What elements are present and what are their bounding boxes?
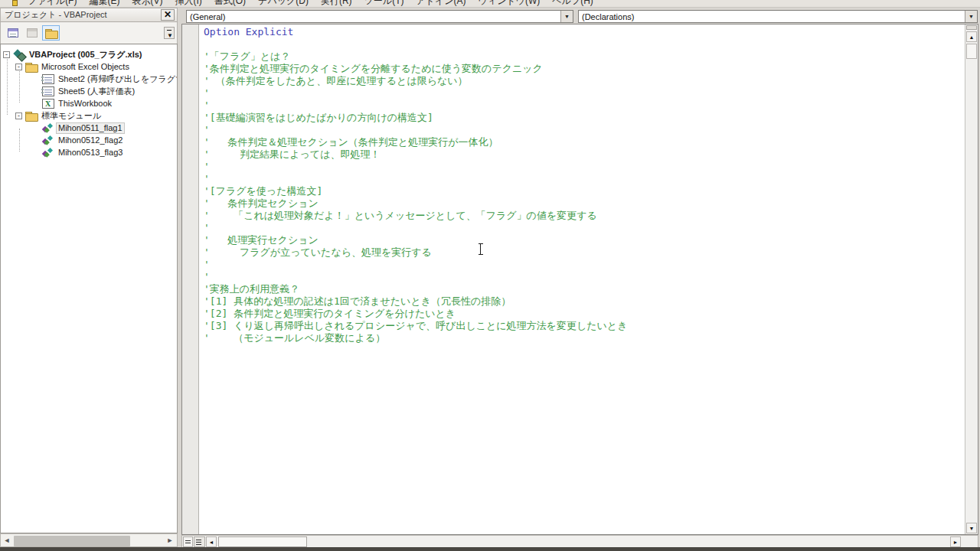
project-explorer-titlebar[interactable]: プロジェクト - VBAProject ✕ <box>0 8 178 22</box>
tree-item[interactable]: Sheet2 (再帰呼び出しをフラグで <box>1 73 177 85</box>
tree-item[interactable]: Mihon0512_flag2 <box>1 134 177 146</box>
code-line: ' <box>204 87 964 99</box>
expander-minus-icon[interactable]: - <box>3 51 10 58</box>
tree-item-label: Sheet5 (人事評価表) <box>57 86 136 96</box>
menu-item[interactable]: ツール(T) <box>360 0 409 8</box>
code-line: ' <box>204 259 964 271</box>
toggle-folders-button[interactable] <box>42 25 60 41</box>
code-line: Option Explicit <box>204 26 964 38</box>
project-tree-hscrollbar[interactable]: ◄ ► <box>0 533 178 547</box>
chevron-down-icon[interactable]: ▼ <box>560 11 573 22</box>
code-line: ' 条件判定セクション <box>204 197 964 210</box>
view-object-button[interactable] <box>23 25 41 41</box>
code-line: '条件判定と処理実行のタイミングを分離するために使う変数のテクニック <box>204 63 964 75</box>
code-editor[interactable]: Option Explicit '「フラグ」とは？'条件判定と処理実行のタイミン… <box>181 24 978 535</box>
menu-item[interactable]: 表示(V) <box>127 0 167 8</box>
menu-item[interactable]: アドイン(A) <box>411 0 470 8</box>
code-line <box>204 38 964 51</box>
menu-bar: ファイル(F)編集(E)表示(V)挿入(I)書式(O)デバッグ(D)実行(R)ツ… <box>0 0 980 8</box>
tree-item[interactable]: -標準モジュール <box>1 109 177 122</box>
menu-item[interactable]: 編集(E) <box>84 0 124 8</box>
code-hscrollbar[interactable]: ◄ ► <box>181 535 978 548</box>
project-tree-items: -VBAProject (005_フラグ.xls)-Microsoft Exce… <box>1 48 177 158</box>
tree-item[interactable]: ThisWorkbook <box>1 97 177 109</box>
project-icon <box>13 50 25 60</box>
menu-item[interactable]: ファイル(F) <box>23 0 81 8</box>
hscroll-thumb[interactable] <box>14 536 130 546</box>
code-line: ' <box>204 99 964 112</box>
object-dropdown-value: (General) <box>187 12 560 21</box>
view-code-icon <box>8 28 18 37</box>
code-line: ' <box>204 222 964 234</box>
procedure-dropdown[interactable]: (Declarations) ▼ <box>578 10 978 23</box>
code-line: ' フラグが立っていたなら、処理を実行する <box>204 246 964 259</box>
scroll-right-icon[interactable]: ► <box>950 536 961 547</box>
expander-minus-icon[interactable]: - <box>15 64 22 70</box>
menu-item[interactable]: 実行(R) <box>316 0 357 8</box>
folder-icon <box>45 29 57 37</box>
scroll-left-icon[interactable]: ◄ <box>206 536 217 547</box>
expander-minus-icon[interactable]: - <box>15 112 22 119</box>
code-pane: (General) ▼ (Declarations) ▼ Option Expl… <box>181 8 980 551</box>
code-line: ' <box>204 161 964 173</box>
chevron-down-icon: ▼ <box>167 30 172 41</box>
menu-item[interactable]: ウィンドウ(W) <box>474 0 545 8</box>
tree-item-label: Microsoft Excel Objects <box>40 62 131 72</box>
code-line: ' 「これは処理対象だよ！」というメッセージとして、「フラグ」の値を変更する <box>204 210 964 222</box>
vscroll-thumb[interactable] <box>966 44 977 59</box>
scroll-up-icon[interactable]: ▲ <box>966 31 977 42</box>
tree-item[interactable]: Mihon0511_flag1 <box>1 122 177 134</box>
sheet-icon <box>42 74 54 84</box>
code-line: '[基礎編演習をはじめたばかりの方向けの構造文] <box>204 112 964 124</box>
procedure-view-icon <box>185 540 191 541</box>
close-icon[interactable]: ✕ <box>161 9 175 21</box>
code-line: ' 条件判定＆処理セクション（条件判定と処理実行が一体化） <box>204 136 964 148</box>
toolbar-overflow-button[interactable]: ▼ <box>164 27 175 39</box>
tree-item[interactable]: Mihon0513_flag3 <box>1 146 177 158</box>
tree-item[interactable]: Sheet5 (人事評価表) <box>1 85 177 97</box>
menu-item[interactable]: ヘルプ(H) <box>547 0 598 8</box>
view-code-button[interactable] <box>4 25 21 41</box>
procedure-dropdown-value: (Declarations) <box>579 12 965 21</box>
code-line: ' <box>204 271 964 283</box>
view-object-icon <box>27 28 38 37</box>
chevron-down-icon[interactable]: ▼ <box>965 11 977 22</box>
full-module-view-button[interactable] <box>194 536 205 547</box>
tree-item-label: Mihon0512_flag2 <box>57 135 124 145</box>
tree-item[interactable]: -VBAProject (005_フラグ.xls) <box>1 48 177 60</box>
project-explorer-title: プロジェクト - VBAProject <box>1 9 161 21</box>
menu-item[interactable]: 挿入(I) <box>170 0 206 8</box>
window-bottom-edge <box>0 547 980 551</box>
code-line: '実務上の利用意義？ <box>204 283 964 295</box>
code-margin-bar[interactable] <box>182 24 199 534</box>
module-icon <box>42 123 54 133</box>
folder-icon <box>25 111 38 121</box>
full-module-view-icon <box>196 540 201 540</box>
code-line: '[フラグを使った構造文] <box>204 185 964 197</box>
folder-icon <box>25 62 38 72</box>
vba-editor-window: ファイル(F)編集(E)表示(V)挿入(I)書式(O)デバッグ(D)実行(R)ツ… <box>0 0 980 551</box>
split-handle[interactable] <box>966 25 977 30</box>
tree-item-label: 標準モジュール <box>40 111 103 121</box>
scroll-down-icon[interactable]: ▼ <box>966 523 977 533</box>
code-vscrollbar[interactable]: ▲ ▼ <box>965 24 978 534</box>
project-explorer-toolbar: ▼ <box>0 22 178 44</box>
project-tree[interactable]: -VBAProject (005_フラグ.xls)-Microsoft Exce… <box>0 44 178 533</box>
menu-item[interactable]: デバッグ(D) <box>253 0 313 8</box>
module-icon <box>42 148 54 158</box>
object-dropdown[interactable]: (General) ▼ <box>186 10 573 23</box>
code-line: '[3] くり返し再帰呼出しされるプロシージャで、呼び出しことに処理方法を変更し… <box>204 320 964 332</box>
tree-item-label: Sheet2 (再帰呼び出しをフラグで <box>57 74 178 84</box>
procedure-view-button[interactable] <box>183 536 193 547</box>
scroll-right-icon[interactable]: ► <box>165 534 175 546</box>
code-line: ' <box>204 173 964 185</box>
tree-item[interactable]: -Microsoft Excel Objects <box>1 60 177 73</box>
hscroll-thumb[interactable] <box>218 536 307 547</box>
workbook-icon <box>42 99 54 109</box>
scroll-left-icon[interactable]: ◄ <box>2 534 12 546</box>
tree-item-label: Mihon0511_flag1 <box>57 123 124 133</box>
menu-bar-items: ファイル(F)編集(E)表示(V)挿入(I)書式(O)デバッグ(D)実行(R)ツ… <box>23 0 598 8</box>
code-lines[interactable]: Option Explicit '「フラグ」とは？'条件判定と処理実行のタイミン… <box>200 24 964 534</box>
tree-item-label: Mihon0513_flag3 <box>57 148 124 158</box>
menu-item[interactable]: 書式(O) <box>210 0 250 8</box>
